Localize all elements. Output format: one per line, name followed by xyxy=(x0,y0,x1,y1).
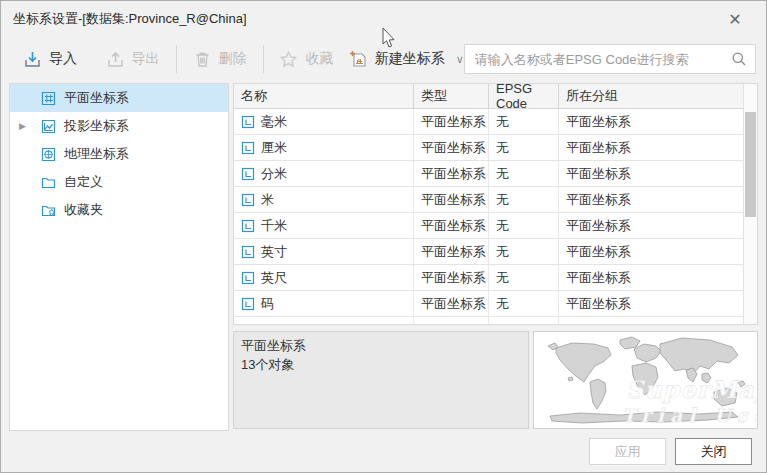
export-label: 导出 xyxy=(132,50,160,68)
sidebar-item-projected-crs[interactable]: ▶ 投影坐标系 xyxy=(10,112,228,140)
crs-item-icon xyxy=(241,141,255,155)
coordinate-system-dialog: 坐标系设置-[数据集:Province_R@China] ✕ 导入 导出 删除 xyxy=(0,0,767,473)
crs-category-tree: 平面坐标系 ▶ 投影坐标系 地理坐标系 自定义 收藏夹 xyxy=(9,83,229,431)
table-scrollbar[interactable] xyxy=(743,84,757,324)
favorite-button[interactable]: 收藏 xyxy=(279,50,333,69)
sidebar-item-geographic-crs[interactable]: 地理坐标系 xyxy=(10,140,228,168)
search-icon[interactable] xyxy=(731,51,747,67)
crs-table: 名称 类型 EPSG Code 所在分组 毫米 平面坐标系 无 平面坐标系 厘米… xyxy=(233,83,758,325)
dialog-title: 坐标系设置-[数据集:Province_R@China] xyxy=(13,10,724,28)
sidebar-item-plane-crs[interactable]: 平面坐标系 xyxy=(10,84,228,112)
crs-item-icon xyxy=(241,193,255,207)
crs-item-icon xyxy=(241,297,255,311)
table-row[interactable]: 千米 平面坐标系 无 平面坐标系 xyxy=(234,213,757,239)
info-object-count: 13个对象 xyxy=(241,355,521,374)
table-row[interactable]: 米 平面坐标系 无 平面坐标系 xyxy=(234,187,757,213)
sidebar-item-label: 投影坐标系 xyxy=(64,117,129,135)
sidebar-item-label: 收藏夹 xyxy=(64,201,103,219)
table-row-partial xyxy=(234,317,757,325)
table-row[interactable]: 英尺 平面坐标系 无 平面坐标系 xyxy=(234,265,757,291)
sidebar-item-favorites[interactable]: 收藏夹 xyxy=(10,196,228,224)
close-button[interactable]: 关闭 xyxy=(675,438,752,465)
trash-icon xyxy=(193,50,212,69)
projected-crs-icon xyxy=(40,118,57,135)
column-header-group[interactable]: 所在分组 xyxy=(559,84,744,108)
watermark-line2: Trial Use xyxy=(622,404,757,426)
expand-arrow-icon[interactable]: ▶ xyxy=(19,121,26,131)
chevron-down-icon: ∨ xyxy=(456,53,464,66)
sidebar-item-label: 地理坐标系 xyxy=(64,145,129,163)
star-icon xyxy=(279,50,298,69)
titlebar: 坐标系设置-[数据集:Province_R@China] ✕ xyxy=(1,1,766,37)
import-icon xyxy=(23,50,42,69)
folder-icon xyxy=(40,174,57,191)
toolbar: 导入 导出 删除 收藏 新建坐标系 xyxy=(1,37,766,81)
table-header: 名称 类型 EPSG Code 所在分组 xyxy=(234,84,757,109)
table-row[interactable]: 厘米 平面坐标系 无 平面坐标系 xyxy=(234,135,757,161)
table-row[interactable]: 码 平面坐标系 无 平面坐标系 xyxy=(234,291,757,317)
info-category: 平面坐标系 xyxy=(241,336,521,355)
crs-item-icon xyxy=(241,115,255,129)
geographic-crs-icon xyxy=(40,146,57,163)
map-preview: SuperMap Trial Use xyxy=(533,331,758,429)
apply-button[interactable]: 应用 xyxy=(589,438,666,465)
scrollbar-thumb[interactable] xyxy=(745,112,756,217)
column-header-epsg[interactable]: EPSG Code xyxy=(489,84,559,108)
export-button[interactable]: 导出 xyxy=(106,50,160,69)
crs-item-icon xyxy=(241,167,255,181)
column-header-name[interactable]: 名称 xyxy=(234,84,414,108)
search-input[interactable] xyxy=(473,51,731,68)
footer: 应用 关闭 xyxy=(1,431,766,472)
delete-label: 删除 xyxy=(219,50,247,68)
close-icon[interactable]: ✕ xyxy=(724,8,746,30)
column-header-type[interactable]: 类型 xyxy=(414,84,489,108)
favorites-folder-icon xyxy=(40,202,57,219)
plane-crs-icon xyxy=(40,90,57,107)
export-icon xyxy=(106,50,125,69)
import-button[interactable]: 导入 xyxy=(23,50,77,69)
toolbar-separator xyxy=(176,45,177,73)
delete-button[interactable]: 删除 xyxy=(193,50,247,69)
new-crs-label: 新建坐标系 xyxy=(375,50,445,68)
favorite-label: 收藏 xyxy=(305,50,333,68)
watermark-line1: SuperMap xyxy=(626,375,757,404)
new-crs-button[interactable]: 新建坐标系 ∨ xyxy=(349,50,464,69)
table-row[interactable]: 英寸 平面坐标系 无 平面坐标系 xyxy=(234,239,757,265)
import-label: 导入 xyxy=(49,50,77,68)
new-crs-icon xyxy=(349,50,368,69)
sidebar-item-custom[interactable]: 自定义 xyxy=(10,168,228,196)
sidebar-item-label: 自定义 xyxy=(64,173,103,191)
world-map-image: SuperMap Trial Use xyxy=(534,332,757,428)
table-row[interactable]: 毫米 平面坐标系 无 平面坐标系 xyxy=(234,109,757,135)
crs-item-icon xyxy=(241,219,255,233)
crs-item-icon xyxy=(241,271,255,285)
selection-info-panel: 平面坐标系 13个对象 xyxy=(233,331,529,429)
sidebar-item-label: 平面坐标系 xyxy=(64,89,129,107)
table-row[interactable]: 分米 平面坐标系 无 平面坐标系 xyxy=(234,161,757,187)
toolbar-separator xyxy=(263,45,264,73)
search-box xyxy=(464,44,756,74)
crs-item-icon xyxy=(241,245,255,259)
